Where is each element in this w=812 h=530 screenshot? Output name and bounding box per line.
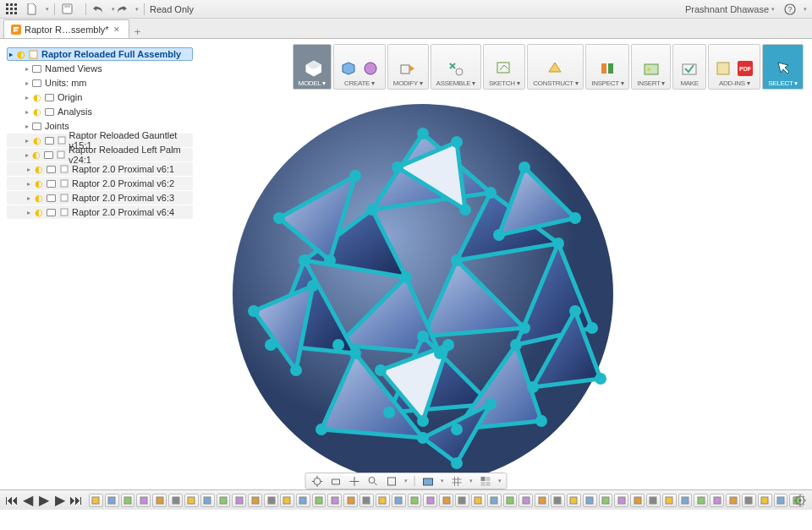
browser-row[interactable]: ▸◐Raptor 2.0 Proximal v6:2: [7, 177, 193, 190]
timeline-feature[interactable]: [200, 494, 215, 507]
orbit-icon[interactable]: [311, 475, 323, 487]
lightbulb-icon: ◐: [34, 194, 43, 203]
timeline-feature[interactable]: [742, 494, 756, 507]
browser-row[interactable]: ▸◐Raptor 2.0 Proximal v6:1: [7, 162, 193, 176]
timeline-feature[interactable]: [423, 494, 437, 507]
timeline-feature[interactable]: [296, 494, 310, 507]
make-icon: [680, 59, 699, 78]
ribbon-inspect[interactable]: INSPECT ▾: [585, 44, 629, 90]
timeline-feature[interactable]: [455, 494, 469, 507]
timeline-feature[interactable]: [232, 494, 246, 507]
timeline-feature[interactable]: [217, 494, 231, 507]
svg-point-90: [417, 415, 429, 427]
timeline-feature[interactable]: [758, 494, 772, 507]
timeline-feature[interactable]: [662, 494, 677, 507]
timeline-feature[interactable]: [567, 494, 581, 507]
timeline-feature[interactable]: [630, 494, 645, 507]
ribbon-construct[interactable]: CONSTRUCT ▾: [527, 44, 584, 90]
lightbulb-icon: ◐: [34, 165, 43, 174]
browser-row[interactable]: ▸Named Views: [7, 62, 193, 75]
timeline-feature[interactable]: [105, 494, 119, 507]
timeline-feature[interactable]: [678, 494, 693, 507]
timeline-feature[interactable]: [152, 494, 167, 507]
ribbon-sketch[interactable]: SKETCH ▾: [483, 44, 525, 90]
ribbon-select[interactable]: SELECT ▾: [762, 44, 804, 90]
timeline-feature[interactable]: [439, 494, 453, 507]
timeline-feature[interactable]: [168, 494, 183, 507]
save-icon[interactable]: [60, 3, 74, 16]
ribbon-create[interactable]: CREATE ▾: [333, 44, 386, 90]
look-icon[interactable]: [330, 475, 342, 487]
timeline-feature[interactable]: [89, 494, 103, 507]
timeline-feature[interactable]: [518, 494, 533, 507]
new-tab-button[interactable]: +: [129, 25, 146, 38]
document-tab[interactable]: Raptor R…ssembly* ✕: [3, 19, 129, 38]
timeline-feature[interactable]: [471, 494, 486, 507]
viewport-3d[interactable]: [195, 91, 651, 497]
timeline-feature[interactable]: [551, 494, 565, 507]
timeline-end-icon[interactable]: ⏭: [69, 494, 83, 507]
apps-icon[interactable]: [5, 3, 19, 16]
timeline-feature[interactable]: [710, 494, 724, 507]
browser-row[interactable]: ▸◐Raptor 2.0 Proximal v6:4: [7, 205, 193, 219]
ribbon-make[interactable]: MAKE: [672, 44, 706, 90]
timeline-feature[interactable]: [327, 494, 342, 507]
timeline-feature[interactable]: [376, 494, 390, 507]
help-icon[interactable]: ?: [783, 3, 797, 16]
timeline-feature[interactable]: [646, 494, 661, 507]
svg-point-59: [417, 331, 429, 342]
ribbon-assemble[interactable]: ASSEMBLE ▾: [431, 44, 481, 90]
browser-root[interactable]: ▸ ◐ Raptor Reloaded Full Assembly: [7, 47, 193, 61]
timeline-feature[interactable]: [503, 494, 518, 507]
timeline-feature[interactable]: [248, 494, 262, 507]
timeline-feature[interactable]: [487, 494, 502, 507]
grid-icon[interactable]: [451, 475, 463, 487]
browser-row-label: Units: mm: [45, 78, 87, 88]
ribbon-modify[interactable]: MODIFY ▾: [387, 44, 429, 90]
fit-icon[interactable]: [386, 475, 398, 487]
browser-row[interactable]: ▸Units: mm: [7, 76, 193, 90]
timeline-feature[interactable]: [312, 494, 326, 507]
timeline-stage[interactable]: [89, 494, 804, 507]
svg-rect-94: [423, 478, 432, 485]
ribbon-insert[interactable]: INSERT ▾: [631, 44, 671, 90]
timeline-feature[interactable]: [614, 494, 628, 507]
timeline-feature[interactable]: [774, 494, 788, 507]
user-name[interactable]: Prashnant Dhawase: [685, 4, 769, 14]
timeline-feature[interactable]: [121, 494, 135, 507]
ribbon-addins[interactable]: PDF ADD-INS ▾: [708, 44, 760, 90]
timeline-feature[interactable]: [136, 494, 151, 507]
pan-icon[interactable]: [348, 475, 360, 487]
timeline-play-icon[interactable]: ▶: [37, 494, 51, 507]
settings-icon[interactable]: [793, 494, 807, 507]
zoom-icon[interactable]: [367, 475, 379, 487]
timeline-feature[interactable]: [694, 494, 708, 507]
timeline-feature[interactable]: [726, 494, 740, 507]
browser-row[interactable]: ▸◐Origin: [7, 90, 193, 104]
timeline-next-icon[interactable]: ▶: [53, 494, 67, 507]
redo-icon[interactable]: [115, 3, 129, 16]
timeline-feature[interactable]: [280, 494, 294, 507]
timeline-feature[interactable]: [599, 494, 613, 507]
close-icon[interactable]: ✕: [112, 25, 122, 34]
browser-row[interactable]: ▸◐Raptor Reloaded Left Palm v24:1: [7, 148, 193, 161]
timeline-feature[interactable]: [343, 494, 358, 507]
undo-icon[interactable]: [91, 3, 105, 16]
display-icon[interactable]: [422, 475, 434, 487]
timeline-feature[interactable]: [264, 494, 278, 507]
timeline-feature[interactable]: [184, 494, 199, 507]
timeline-start-icon[interactable]: ⏮: [5, 494, 19, 507]
timeline-feature[interactable]: [535, 494, 549, 507]
workspace-model[interactable]: MODEL ▾: [293, 44, 332, 90]
timeline-prev-icon[interactable]: ◀: [21, 494, 35, 507]
timeline-feature[interactable]: [583, 494, 597, 507]
file-icon[interactable]: [25, 3, 39, 16]
timeline-feature[interactable]: [408, 494, 422, 507]
browser-row[interactable]: ▸◐Raptor 2.0 Proximal v6:3: [7, 191, 193, 205]
timeline-feature[interactable]: [392, 494, 406, 507]
timeline-feature[interactable]: [359, 494, 374, 507]
viewport-layout-icon[interactable]: [480, 475, 491, 487]
browser-row[interactable]: ▸◐Analysis: [7, 105, 193, 118]
svg-rect-141: [761, 497, 768, 504]
svg-rect-135: [666, 497, 672, 504]
